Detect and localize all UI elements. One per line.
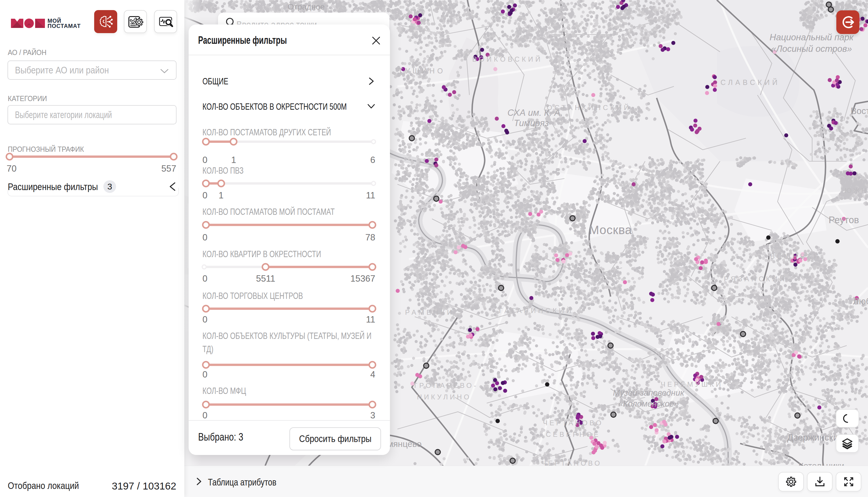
- svg-text:ПОСТАМАТ: ПОСТАМАТ: [47, 23, 81, 29]
